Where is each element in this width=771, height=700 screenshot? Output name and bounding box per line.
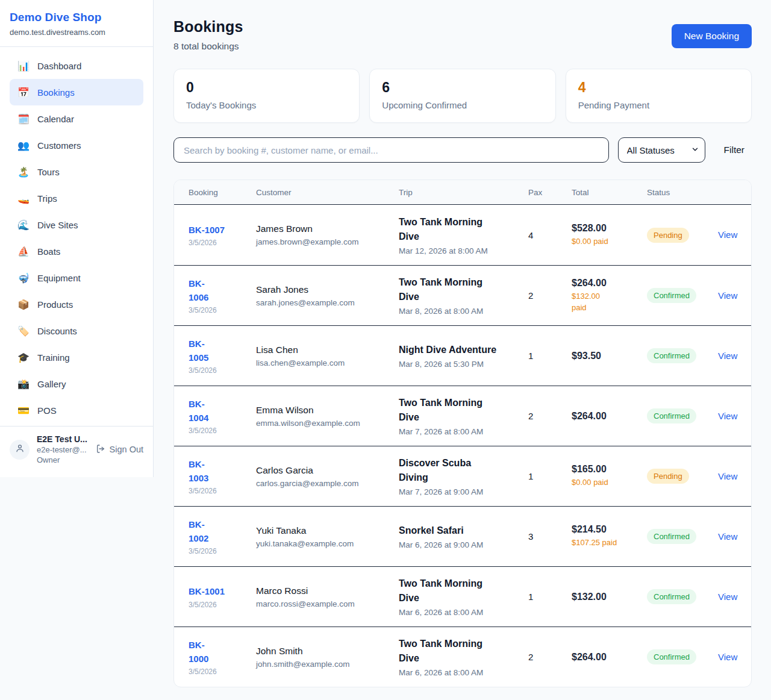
status-badge: Confirmed: [647, 589, 696, 604]
view-link[interactable]: View: [718, 471, 737, 481]
trip-cell: Snorkel Safari Mar 6, 2026 at 9:00 AM: [399, 523, 528, 549]
booking-id-link[interactable]: BK-1006: [189, 277, 214, 305]
booking-cell: BK-1001 3/5/2026: [189, 584, 256, 608]
customers-icon: 👥: [17, 140, 30, 151]
sidebar-item-tours[interactable]: 🏝️ Tours: [10, 158, 143, 185]
booking-cell: BK-1006 3/5/2026: [189, 277, 256, 315]
status-cell: Confirmed: [647, 529, 718, 544]
search-input[interactable]: [173, 137, 609, 163]
new-booking-button[interactable]: New Booking: [672, 24, 752, 48]
page-title: Bookings: [173, 18, 243, 36]
action-cell: View: [718, 290, 737, 301]
sidebar-item-trips[interactable]: 🚤 Trips: [10, 185, 143, 211]
pax-count: 2: [528, 290, 572, 301]
sidebar-item-customers[interactable]: 👥 Customers: [10, 132, 143, 158]
user-info: E2E Test U... e2e-tester@... Owner: [37, 434, 89, 464]
sidebar-nav: 📊 Dashboard 📅 Bookings 🗓️ Calendar 👥 Cus…: [0, 47, 153, 425]
status-cell: Confirmed: [647, 408, 718, 423]
view-link[interactable]: View: [718, 652, 737, 662]
stat-card-upcoming-confirmed: 6 Upcoming Confirmed: [369, 69, 555, 123]
booking-id-link[interactable]: BK-1004: [189, 397, 214, 425]
status-badge: Confirmed: [647, 649, 696, 664]
stat-card-todays-bookings: 0 Today's Bookings: [173, 69, 360, 123]
status-cell: Confirmed: [647, 649, 718, 664]
user-name: E2E Test U...: [37, 434, 89, 444]
status-cell: Confirmed: [647, 589, 718, 604]
filter-button[interactable]: Filter: [724, 145, 744, 155]
total-cell: $165.00 $0.00 paid: [572, 464, 647, 489]
status-filter-select[interactable]: All Statuses: [618, 137, 705, 163]
view-link[interactable]: View: [718, 290, 737, 301]
pax-count: 3: [528, 531, 572, 542]
view-link[interactable]: View: [718, 351, 737, 361]
customer-email: john.smith@example.com: [256, 660, 399, 669]
pax-count: 2: [528, 411, 572, 421]
column-header-pax: Pax: [528, 188, 572, 197]
sidebar-user-section: E2E Test U... e2e-tester@... Owner Sign …: [0, 426, 153, 472]
total-cell: $528.00 $0.00 paid: [572, 223, 647, 248]
trip-datetime: Mar 7, 2026 at 9:00 AM: [399, 487, 528, 496]
booking-id-link[interactable]: BK-1001: [189, 584, 256, 598]
trip-cell: Two Tank Morning Dive Mar 6, 2026 at 8:0…: [399, 637, 528, 677]
stat-label: Upcoming Confirmed: [382, 100, 543, 110]
sidebar-item-products[interactable]: 📦 Products: [10, 291, 143, 317]
booking-id-link[interactable]: BK-1005: [189, 337, 214, 365]
booking-id-link[interactable]: BK-1007: [189, 223, 256, 237]
sidebar-item-bookings[interactable]: 📅 Bookings: [10, 79, 143, 105]
table-row: BK-1001 3/5/2026 Marco Rossi marco.rossi…: [174, 566, 751, 627]
total-amount: $264.00: [572, 411, 647, 422]
main-content: Bookings 8 total bookings New Booking 0 …: [154, 0, 771, 687]
bookings-table: BookingCustomerTripPaxTotalStatus BK-100…: [173, 180, 752, 687]
sidebar-item-dashboard[interactable]: 📊 Dashboard: [10, 52, 143, 79]
booking-date: 3/5/2026: [189, 239, 256, 247]
customer-cell: Carlos Garcia carlos.garcia@example.com: [256, 465, 399, 488]
sidebar-item-calendar[interactable]: 🗓️ Calendar: [10, 105, 143, 132]
trip-cell: Discover Scuba Diving Mar 7, 2026 at 9:0…: [399, 456, 528, 496]
sidebar-item-dive-sites[interactable]: 🌊 Dive Sites: [10, 211, 143, 238]
pax-count: 1: [528, 471, 572, 481]
action-cell: View: [718, 592, 737, 602]
booking-cell: BK-1007 3/5/2026: [189, 223, 256, 247]
booking-id-link[interactable]: BK-1003: [189, 457, 214, 486]
gallery-icon: 📸: [17, 378, 30, 390]
customer-cell: James Brown james.brown@example.com: [256, 223, 399, 246]
sign-out-button[interactable]: Sign Out: [96, 444, 143, 455]
trip-datetime: Mar 8, 2026 at 5:30 PM: [399, 360, 528, 369]
status-badge: Pending: [647, 228, 689, 243]
pax-count: 1: [528, 592, 572, 602]
sidebar-item-training[interactable]: 🎓 Training: [10, 344, 143, 370]
status-badge: Pending: [647, 469, 689, 484]
sign-out-label: Sign Out: [110, 445, 143, 454]
booking-cell: BK-1003 3/5/2026: [189, 457, 256, 496]
total-amount: $528.00: [572, 223, 647, 234]
view-link[interactable]: View: [718, 230, 737, 240]
total-cell: $264.00 $132.00 paid: [572, 278, 647, 314]
stat-card-pending-payment: 4 Pending Payment: [566, 69, 752, 123]
training-icon: 🎓: [17, 352, 30, 363]
total-cell: $264.00: [572, 652, 647, 663]
page-header-text: Bookings 8 total bookings: [173, 18, 243, 52]
shop-domain: demo.test.divestreams.com: [10, 28, 143, 37]
sidebar-item-boats[interactable]: ⛵ Boats: [10, 238, 143, 264]
sidebar-item-gallery[interactable]: 📸 Gallery: [10, 370, 143, 397]
view-link[interactable]: View: [718, 411, 737, 421]
table-body: BK-1007 3/5/2026 James Brown james.brown…: [174, 205, 751, 687]
view-link[interactable]: View: [718, 531, 737, 542]
status-cell: Pending: [647, 228, 718, 243]
trip-datetime: Mar 6, 2026 at 8:00 AM: [399, 608, 528, 617]
sidebar-item-pos[interactable]: 💳 POS: [10, 397, 143, 423]
stat-value: 6: [382, 80, 543, 96]
sidebar-item-discounts[interactable]: 🏷️ Discounts: [10, 317, 143, 344]
customer-email: yuki.tanaka@example.com: [256, 539, 399, 548]
customer-email: emma.wilson@example.com: [256, 419, 399, 428]
dashboard-icon: 📊: [17, 60, 30, 72]
trip-name: Discover Scuba Diving: [399, 456, 499, 485]
booking-id-link[interactable]: BK-1000: [189, 638, 214, 666]
view-link[interactable]: View: [718, 592, 737, 602]
customer-email: marco.rossi@example.com: [256, 599, 399, 608]
booking-id-link[interactable]: BK-1002: [189, 517, 214, 546]
booking-cell: BK-1000 3/5/2026: [189, 638, 256, 677]
sidebar-item-equipment[interactable]: 🤿 Equipment: [10, 264, 143, 291]
total-cell: $132.00: [572, 592, 647, 602]
shop-name: Demo Dive Shop: [10, 11, 143, 24]
